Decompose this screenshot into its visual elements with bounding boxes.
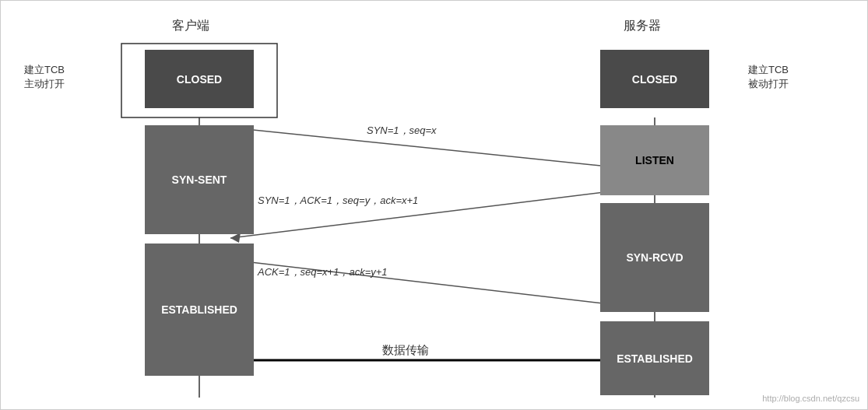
syn-ack-label: SYN=1，ACK=1，seq=y，ack=x+1 (258, 194, 418, 208)
data-transfer-label: 数据传输 (382, 343, 429, 358)
client-closed-box: CLOSED (145, 50, 254, 108)
tcb-active-label: 建立TCB 主动打开 (24, 63, 65, 91)
server-label: 服务器 (624, 18, 661, 34)
server-closed-box: CLOSED (600, 50, 709, 108)
syn-label: SYN=1，seq=x (367, 124, 437, 138)
watermark: http://blog.csdn.net/qzcsu (762, 394, 859, 403)
syn-rcvd-box: SYN-RCVD (600, 203, 709, 312)
listen-box: LISTEN (600, 125, 709, 195)
ack-label: ACK=1，seq=x+1，ack=y+1 (258, 265, 388, 279)
svg-overlay (1, 1, 868, 410)
server-established-box: ESTABLISHED (600, 321, 709, 395)
tcb-passive-label: 建立TCB 被动打开 (748, 63, 789, 91)
syn-sent-box: SYN-SENT (145, 125, 254, 234)
client-established-box: ESTABLISHED (145, 244, 254, 376)
client-label: 客户端 (172, 18, 209, 34)
diagram: 客户端 服务器 建立TCB 主动打开 建立TCB 被动打开 CLOSED CLO… (0, 0, 868, 410)
